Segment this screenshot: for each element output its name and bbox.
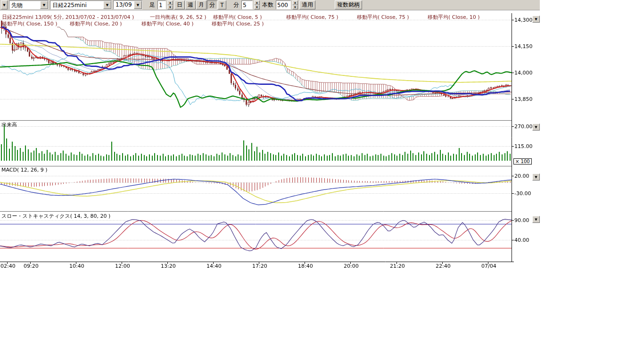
y-axis-label: 13,850	[514, 96, 533, 102]
y-axis-label: 20.00	[514, 173, 529, 179]
time-axis-label: 07/04	[481, 263, 496, 269]
chevron-down-icon: ▼	[535, 175, 537, 179]
minute-spinner: ▲▼	[254, 0, 260, 9]
apply-button[interactable]: 適用	[299, 0, 315, 9]
legend-line1: 日経225mini 13/09( 5分, 2013/07/02 - 2013/0…	[0, 14, 512, 20]
bar-type-label: 足	[149, 1, 156, 9]
volume-multiplier-badge: × 100	[513, 158, 532, 165]
contract-month-value: 13/09	[114, 1, 134, 9]
time-axis-label: 20:00	[344, 263, 359, 269]
chevron-down-icon: ▼	[3, 3, 5, 7]
time-axis-label: 17:20	[252, 263, 267, 269]
pane-menu-button[interactable]: ▼	[532, 216, 540, 223]
chevron-down-icon: ▼	[535, 218, 537, 222]
time-axis-label: 02:40	[0, 263, 16, 269]
period-button[interactable]: T	[218, 0, 226, 9]
y-axis-label: 270.00	[514, 123, 533, 130]
legend-item: 日経225mini 13/09( 5分, 2013/07/02 - 2013/0…	[2, 14, 134, 21]
spin-down-icon[interactable]: ▼	[254, 5, 260, 10]
legend-item: 一目均衡表( 9, 26, 52 )	[150, 14, 206, 21]
y-axis-label: 14,300	[514, 17, 533, 23]
legend-item: 移動平均( Close, 20 )	[70, 20, 122, 27]
chevron-down-icon: ▼	[535, 17, 537, 21]
spin-down-icon[interactable]: ▼	[167, 5, 173, 10]
pane-menu-button[interactable]: ▼	[532, 16, 540, 23]
period-button[interactable]: 月	[196, 0, 206, 9]
y-axis-label: 90.00	[514, 217, 529, 223]
bar-count-label: 本数	[261, 1, 274, 9]
time-axis-label: 13:20	[161, 263, 176, 269]
chart-application-window: ▼ 先物 ▼ 日経225mini ▼ 13/09 ▼ 足 ▲▼ 日週月分T 分 …	[0, 0, 540, 273]
y-axis-label: 40.00	[514, 237, 529, 243]
y-axis-label: -30.00	[514, 190, 531, 197]
y-axis-label: 14,000	[514, 70, 533, 76]
legend-item: 移動平均( Close, 75 )	[286, 14, 339, 21]
instrument-type-select[interactable]: 先物 ▼	[9, 0, 49, 9]
y-axis-label: 14,150	[514, 43, 533, 49]
legend-item: 移動平均( Close, 10 )	[428, 14, 480, 21]
period-button[interactable]: 日	[174, 0, 185, 9]
bar-count-spinner: ▲▼	[292, 0, 298, 9]
chevron-down-icon: ▼	[535, 125, 537, 129]
period-button[interactable]: 分	[207, 0, 217, 9]
multiple-symbols-button[interactable]: 複数銘柄	[335, 0, 362, 9]
contract-month-select[interactable]: 13/09 ▼	[113, 0, 142, 9]
toolbar: ▼ 先物 ▼ 日経225mini ▼ 13/09 ▼ 足 ▲▼ 日週月分T 分 …	[0, 0, 540, 10]
bar-count-input[interactable]	[276, 0, 291, 9]
time-axis-label: 22:40	[436, 263, 451, 269]
time-axis-label: 10:40	[69, 263, 84, 269]
instrument-value: 日経225mini	[50, 1, 103, 9]
spin-up-icon[interactable]: ▲	[254, 0, 260, 5]
time-axis-label: 18:40	[298, 263, 313, 269]
y-axis-label: 115.00	[514, 143, 533, 149]
legend-item: 移動平均( Close, 75 )	[357, 14, 409, 21]
legend-item: 移動平均( Close, 5 )	[213, 14, 262, 21]
pane-menu-button[interactable]: ▼	[532, 123, 540, 131]
instrument-type-value: 先物	[9, 1, 40, 9]
volume-pane-title: 出来高	[1, 121, 17, 128]
spin-up-icon[interactable]: ▲	[167, 0, 173, 5]
legend-item: 移動平均( Close, 40 )	[141, 20, 194, 27]
pane-menu-button[interactable]: ▼	[532, 173, 540, 181]
stochastics-pane-title: スロー・ストキャスティクス( 14, 3, 80, 20 )	[1, 213, 110, 220]
spin-up-icon[interactable]: ▲	[292, 0, 298, 5]
legend-item: 移動平均( Close, 25 )	[212, 20, 264, 27]
minute-label: 分	[232, 1, 240, 9]
chevron-down-icon[interactable]: ▼	[103, 1, 111, 9]
time-axis-label: 12:00	[115, 263, 130, 269]
instrument-select[interactable]: 日経225mini ▼	[50, 0, 112, 9]
chevron-down-icon[interactable]: ▼	[134, 1, 142, 9]
period-buttons: 日週月分T	[174, 0, 226, 9]
bar-interval-input[interactable]	[157, 0, 166, 9]
period-button[interactable]: 週	[185, 0, 196, 9]
time-axis-label: 09:20	[24, 263, 39, 269]
macd-pane-title: MACD( 12, 26, 9 )	[1, 167, 48, 173]
chevron-down-icon[interactable]: ▼	[40, 1, 48, 9]
minute-input[interactable]	[241, 0, 253, 9]
time-axis-label: 14:40	[206, 263, 222, 269]
legend-line2: 移動平均( Close, 150 )移動平均( Close, 20 )移動平均(…	[0, 20, 512, 26]
spin-down-icon[interactable]: ▼	[292, 5, 298, 10]
time-axis-label: 21:20	[390, 263, 405, 269]
mini-dropdown[interactable]: ▼	[1, 0, 8, 9]
legend-item: 移動平均( Close, 150 )	[2, 20, 58, 27]
bar-interval-spinner: ▲▼	[167, 0, 173, 9]
chart-canvas[interactable]	[0, 0, 540, 273]
